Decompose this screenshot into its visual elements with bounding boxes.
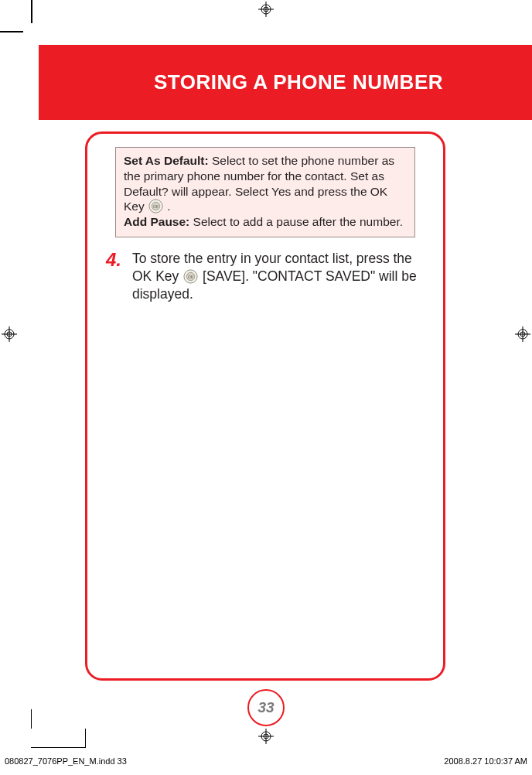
svg-text:OK: OK: [153, 205, 159, 209]
print-slug: 080827_7076PP_EN_M.indd 33 2008.8.27 10:…: [0, 756, 532, 766]
registration-mark-icon: [2, 326, 17, 342]
crop-mark: [85, 729, 86, 748]
tip-box: Set As Default: Select to set the phone …: [115, 147, 415, 237]
crop-mark: [31, 709, 32, 729]
svg-text:OK: OK: [188, 275, 194, 279]
section-header: STORING A PHONE NUMBER: [39, 45, 532, 120]
ok-key-icon: OK: [148, 199, 163, 213]
registration-mark-icon: [258, 729, 274, 744]
tip-add-pause-text: Select to add a pause after the number.: [189, 215, 403, 228]
page-number: 33: [247, 689, 285, 726]
crop-mark: [0, 31, 23, 32]
tip-set-default-label: Set As Default:: [124, 154, 209, 167]
crop-mark: [31, 747, 85, 748]
tip-set-default-text-2: .: [164, 200, 171, 213]
slug-timestamp: 2008.8.27 10:0:37 AM: [444, 756, 527, 766]
crop-mark: [31, 0, 32, 23]
registration-mark-icon: [258, 2, 274, 17]
step-4: 4. To store the entry in your contact li…: [101, 250, 429, 303]
slug-file: 080827_7076PP_EN_M.indd 33: [5, 756, 127, 766]
registration-mark-icon: [515, 326, 530, 342]
step-text: To store the entry in your contact list,…: [132, 250, 428, 303]
tip-add-pause-label: Add Pause:: [124, 215, 189, 228]
section-title: STORING A PHONE NUMBER: [154, 70, 443, 94]
content-frame: Set As Default: Select to set the phone …: [85, 131, 445, 681]
ok-key-icon: OK: [183, 269, 198, 284]
page-number-text: 33: [257, 699, 274, 716]
step-number: 4.: [101, 250, 121, 303]
